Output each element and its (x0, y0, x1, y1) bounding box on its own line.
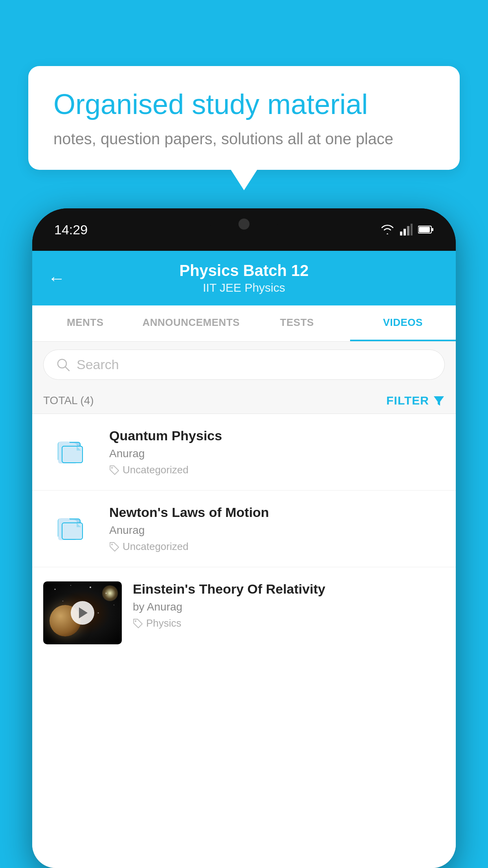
video-tag: Uncategorized (109, 541, 445, 553)
phone-screen: ← Physics Batch 12 IIT JEE Physics MENTS… (32, 251, 456, 868)
svg-point-18 (70, 585, 71, 586)
tag-icon (109, 542, 119, 552)
notch (209, 208, 279, 237)
video-title: Quantum Physics (109, 428, 445, 443)
filter-label: FILTER (386, 394, 429, 407)
svg-point-23 (98, 612, 99, 614)
svg-point-13 (111, 467, 113, 469)
play-button[interactable] (71, 601, 94, 625)
svg-point-17 (55, 589, 56, 590)
bubble-title: Organised study material (53, 88, 435, 121)
svg-rect-15 (62, 523, 83, 539)
svg-point-21 (114, 605, 114, 605)
list-item[interactable]: Quantum Physics Anurag Uncategorized (32, 414, 456, 491)
tag-icon (133, 618, 143, 629)
bubble-subtitle: notes, question papers, solutions all at… (53, 130, 435, 148)
app-background: Organised study material notes, question… (0, 0, 488, 868)
search-bar-container: Search (32, 342, 456, 388)
video-author: Anurag (109, 447, 445, 460)
app-header: ← Physics Batch 12 IIT JEE Physics (32, 251, 456, 305)
video-author: by Anurag (133, 601, 445, 613)
tag-icon (109, 465, 119, 475)
folder-thumb-newton (43, 505, 98, 548)
back-button[interactable]: ← (48, 268, 65, 288)
video-info-newton: Newton's Laws of Motion Anurag Uncategor… (109, 505, 445, 553)
video-title: Einstein's Theory Of Relativity (133, 581, 445, 597)
batch-subtitle: IIT JEE Physics (75, 281, 413, 294)
svg-marker-9 (434, 396, 444, 406)
filter-button[interactable]: FILTER (386, 394, 445, 407)
speech-bubble: Organised study material notes, question… (28, 66, 460, 170)
signal-icon (400, 224, 413, 235)
status-bar: 14:29 (32, 208, 456, 251)
video-tag: Physics (133, 617, 445, 629)
tab-ments[interactable]: MENTS (32, 305, 138, 341)
video-author: Anurag (109, 524, 445, 537)
svg-point-19 (90, 587, 91, 588)
video-info-einstein: Einstein's Theory Of Relativity by Anura… (133, 581, 445, 629)
battery-icon (418, 225, 434, 234)
svg-rect-1 (404, 229, 406, 235)
svg-point-24 (135, 620, 136, 622)
svg-point-16 (111, 544, 113, 545)
play-triangle (79, 607, 88, 618)
folder-thumb-quantum (43, 428, 98, 471)
front-camera (238, 219, 250, 230)
svg-point-20 (106, 593, 107, 594)
search-bar[interactable]: Search (43, 349, 445, 380)
tab-videos[interactable]: VIDEOS (350, 305, 456, 341)
einstein-thumbnail (43, 581, 122, 644)
search-placeholder: Search (77, 357, 119, 372)
folder-icon (55, 511, 86, 542)
header-title-area: Physics Batch 12 IIT JEE Physics (75, 262, 413, 294)
tab-bar: MENTS ANNOUNCEMENTS TESTS VIDEOS (32, 305, 456, 342)
svg-rect-0 (400, 232, 402, 235)
video-tag: Uncategorized (109, 464, 445, 476)
video-list: Quantum Physics Anurag Uncategorized (32, 414, 456, 868)
wifi-icon (380, 224, 394, 235)
search-icon (56, 358, 70, 372)
list-item[interactable]: Newton's Laws of Motion Anurag Uncategor… (32, 491, 456, 567)
svg-rect-5 (419, 227, 430, 232)
tab-tests[interactable]: TESTS (244, 305, 350, 341)
svg-line-8 (65, 367, 69, 371)
svg-point-22 (62, 601, 63, 601)
video-info-quantum: Quantum Physics Anurag Uncategorized (109, 428, 445, 476)
filter-row: TOTAL (4) FILTER (32, 388, 456, 414)
filter-icon (433, 395, 445, 406)
folder-icon (55, 434, 86, 465)
video-title: Newton's Laws of Motion (109, 505, 445, 520)
list-item[interactable]: Einstein's Theory Of Relativity by Anura… (32, 567, 456, 654)
tab-announcements[interactable]: ANNOUNCEMENTS (138, 305, 244, 341)
status-icons (380, 224, 434, 235)
total-count: TOTAL (4) (43, 394, 94, 407)
svg-rect-6 (432, 228, 433, 231)
batch-title: Physics Batch 12 (75, 262, 413, 280)
status-time: 14:29 (54, 222, 88, 237)
svg-rect-3 (411, 224, 413, 235)
svg-rect-2 (407, 226, 409, 235)
svg-rect-12 (62, 446, 83, 463)
phone-frame: 14:29 (32, 208, 456, 868)
